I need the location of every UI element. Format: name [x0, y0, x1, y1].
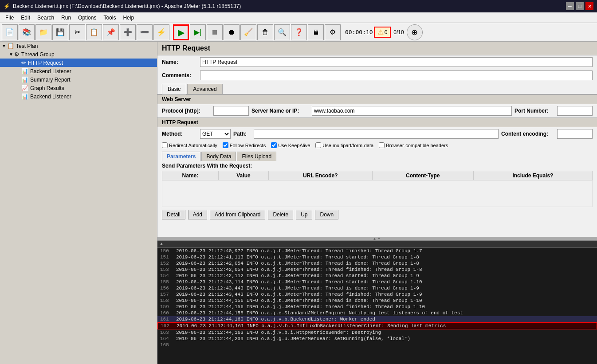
menu-file[interactable]: File — [2, 14, 17, 22]
keepalive-checkbox-item: Use KeepAlive — [271, 142, 310, 148]
menu-edit[interactable]: Edit — [17, 14, 34, 22]
open-button[interactable]: 📁 — [35, 24, 51, 40]
log-line: 1502019-06-23 21:12:40,977 INFO o.a.j.t.… — [157, 248, 597, 254]
thread-group-icon: ⚙ — [14, 51, 20, 58]
log-line: 1622019-06-23 21:12:44,161 INFO o.a.j.v.… — [157, 322, 597, 329]
graph-results-icon: 📈 — [21, 85, 28, 91]
help-button[interactable]: ❓ — [291, 24, 307, 40]
name-row: Name: — [157, 55, 597, 69]
redirect-checkbox[interactable] — [162, 142, 168, 148]
name-input[interactable] — [200, 57, 593, 67]
shutdown-button[interactable]: ⏺ — [224, 24, 240, 40]
panel-title: HTTP Request — [157, 42, 597, 55]
tab-parameters[interactable]: Parameters — [162, 152, 200, 161]
protocol-label: Protocol [http]: — [162, 108, 211, 114]
path-input[interactable] — [254, 129, 499, 139]
log-line: 1522019-06-23 21:12:42,054 INFO o.a.j.t.… — [157, 260, 597, 266]
window-title: Backend Listenerttt.jmx (F:\Download\Bac… — [13, 3, 241, 9]
sidebar-item-backend-listener-1[interactable]: 📊 Backend Listener — [0, 67, 157, 75]
start-button[interactable]: ▶ — [173, 24, 189, 40]
menu-options[interactable]: Options — [75, 14, 100, 22]
log-line: 1602019-06-23 21:12:44,158 INFO o.a.j.e.… — [157, 310, 597, 316]
log-line: 1632019-06-23 21:12:44,163 INFO o.a.j.v.… — [157, 329, 597, 336]
method-row: Method: GET POST PUT DELETE PATCH HEAD P… — [157, 127, 597, 141]
menu-help[interactable]: Help — [119, 14, 137, 22]
tab-files-upload[interactable]: Files Upload — [237, 152, 276, 161]
remote-start-button[interactable]: 🖥 — [308, 24, 324, 40]
tab-advanced[interactable]: Advanced — [187, 84, 222, 94]
toggle-button[interactable]: ⚡ — [153, 24, 169, 40]
params-table: Name: Value URL Encode? Content-Type Inc… — [162, 171, 593, 207]
menu-tools[interactable]: Tools — [100, 14, 119, 22]
col-value: Value — [218, 171, 268, 180]
port-input[interactable] — [557, 106, 593, 116]
keepalive-checkbox[interactable] — [271, 142, 277, 148]
title-bar-controls[interactable]: ─ □ ✕ — [566, 2, 593, 10]
remote-stop-button[interactable]: ⚙ — [325, 24, 341, 40]
log-line: 1512019-06-23 21:12:41,113 INFO o.a.j.t.… — [157, 254, 597, 260]
add-from-clipboard-button[interactable]: Add from Clipboard — [210, 210, 265, 219]
comments-row: Comments: — [157, 69, 597, 82]
sidebar-item-backend-listener-2[interactable]: 📊 Backend Listener — [0, 92, 157, 101]
test-plan-icon: 📋 — [7, 43, 14, 49]
summary-report-label: Summary Report — [30, 77, 71, 83]
method-select[interactable]: GET POST PUT DELETE PATCH HEAD — [200, 129, 231, 139]
sidebar-item-http-request[interactable]: ✏ HTTP Request — [0, 59, 157, 67]
server-input[interactable] — [312, 106, 512, 116]
encoding-input[interactable] — [557, 129, 593, 139]
save-button[interactable]: 💾 — [52, 24, 68, 40]
keepalive-label: Use KeepAlive — [278, 143, 310, 148]
multipart-checkbox[interactable] — [315, 142, 321, 148]
menu-bar: File Edit Search Run Options Tools Help — [0, 12, 597, 23]
menu-run[interactable]: Run — [58, 14, 75, 22]
log-line-text: 2019-06-23 21:12:42,054 INFO o.a.j.t.JMe… — [176, 261, 419, 266]
log-line-number: 151 — [160, 254, 173, 260]
tab-body-data[interactable]: Body Data — [201, 152, 236, 161]
detail-button[interactable]: Detail — [162, 210, 185, 219]
sidebar-item-graph-results[interactable]: 📈 Graph Results — [0, 84, 157, 92]
log-toggle[interactable]: ▲ — [160, 242, 163, 247]
clear-button[interactable]: 🧹 — [240, 24, 256, 40]
follow-checkbox[interactable] — [223, 142, 228, 148]
templates-button[interactable]: 📚 — [19, 24, 35, 40]
path-label: Path: — [233, 131, 251, 137]
copy-button[interactable]: 📋 — [86, 24, 102, 40]
add-button[interactable]: Add — [188, 210, 207, 219]
menu-search[interactable]: Search — [34, 14, 58, 22]
expand-arrow-2: ▼ — [9, 52, 14, 57]
name-label: Name: — [162, 59, 197, 65]
browser-checkbox[interactable] — [379, 142, 385, 148]
server-row: Protocol [http]: Server Name or IP: Port… — [157, 104, 597, 117]
paste-button[interactable]: 📌 — [103, 24, 119, 40]
close-button[interactable]: ✕ — [585, 2, 593, 10]
clear-all-button[interactable]: 🗑 — [257, 24, 273, 40]
tab-basic[interactable]: Basic — [162, 84, 186, 94]
maximize-button[interactable]: □ — [576, 2, 584, 10]
log-line-text: 2019-06-23 21:12:41,113 INFO o.a.j.t.JMe… — [176, 254, 419, 260]
params-tab-bar: Parameters Body Data Files Upload — [157, 150, 597, 161]
log-line-number: 153 — [160, 267, 173, 272]
collapse-button[interactable]: ➖ — [137, 24, 153, 40]
sidebar-item-summary-report[interactable]: 📊 Summary Report — [0, 75, 157, 84]
down-button[interactable]: Down — [315, 210, 338, 219]
remote-add-button[interactable]: ⊕ — [407, 24, 423, 40]
log-line-number: 161 — [160, 317, 173, 322]
sidebar-item-test-plan[interactable]: ▼ 📋 Test Plan — [0, 42, 157, 50]
cut-button[interactable]: ✂ — [69, 24, 85, 40]
protocol-input[interactable] — [213, 106, 249, 116]
sidebar-item-thread-group[interactable]: ▼ ⚙ Thread Group — [0, 50, 157, 59]
log-line-number: 160 — [160, 310, 173, 316]
new-button[interactable]: 📄 — [2, 24, 18, 40]
up-button[interactable]: Up — [296, 210, 312, 219]
minimize-button[interactable]: ─ — [566, 2, 574, 10]
comments-input[interactable] — [200, 70, 593, 80]
start-no-pause-button[interactable]: ▶| — [190, 24, 206, 40]
log-line-number: 157 — [160, 292, 173, 297]
expand-button[interactable]: ➕ — [120, 24, 136, 40]
stop-button[interactable]: ⏹ — [207, 24, 223, 40]
log-line-text: 2019-06-23 21:12:43,114 INFO o.a.j.t.JMe… — [176, 279, 422, 285]
delete-button[interactable]: Delete — [268, 210, 293, 219]
log-line-text: 2019-06-23 21:12:43,443 INFO o.a.j.t.JMe… — [176, 286, 419, 291]
find-button[interactable]: 🔍 — [274, 24, 290, 40]
col-urlencode: URL Encode? — [269, 171, 372, 180]
